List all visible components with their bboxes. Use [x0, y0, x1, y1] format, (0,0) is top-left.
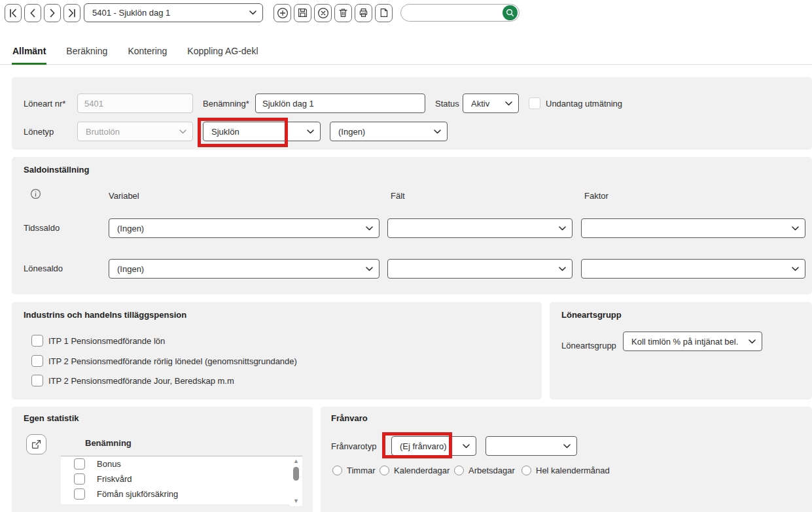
arbetsdagar-radio[interactable]	[454, 466, 464, 475]
cancel-icon	[317, 7, 329, 19]
list-scrollbar[interactable]: ▲ ▼	[290, 456, 302, 506]
annotation-highlight-lonetyp	[198, 118, 288, 147]
tab-bar: Allmänt Beräkning Kontering Koppling AG-…	[0, 38, 812, 65]
timmar-radio[interactable]	[332, 466, 342, 475]
annotation-highlight-franvarotyp	[382, 432, 452, 458]
saldoinstallning-panel: Saldoinställning Variabel Fält Faktor Ti…	[12, 157, 812, 294]
col-variabel-label: Variabel	[109, 191, 139, 201]
itp1-pensionsmedforande-lon-checkbox[interactable]	[31, 335, 43, 347]
friskvard-checkbox[interactable]	[74, 473, 85, 485]
search-icon	[506, 9, 514, 17]
search-button[interactable]	[503, 5, 518, 20]
status-select[interactable]: Aktiv	[463, 94, 519, 113]
lonesaldo-faktor-select[interactable]	[581, 259, 805, 279]
chevron-down-icon	[366, 267, 373, 271]
franvaro-unit-select[interactable]	[485, 436, 577, 456]
first-record-button[interactable]	[5, 4, 22, 22]
saldoinstallning-title: Saldoinställning	[24, 165, 89, 175]
list-item[interactable]: Friskvård	[61, 471, 290, 486]
scroll-down-icon[interactable]: ▼	[293, 498, 299, 504]
chevron-down-icon	[559, 226, 566, 231]
record-selector[interactable]: 5401 - Sjuklön dag 1	[84, 3, 263, 22]
search-input[interactable]	[409, 8, 503, 18]
statistik-list: Bonus Friskvård Fömån sjukförsäkring	[61, 456, 290, 504]
benamning-field[interactable]	[255, 94, 425, 113]
record-toolbar: 5401 - Sjuklön dag 1	[5, 3, 520, 22]
save-icon	[297, 7, 308, 18]
itp2-jour-beredskap-checkbox[interactable]	[31, 375, 43, 386]
chevron-down-icon	[792, 226, 799, 231]
external-link-icon	[31, 439, 42, 450]
bonus-checkbox[interactable]	[74, 458, 85, 469]
info-icon[interactable]	[30, 188, 41, 202]
printer-icon	[358, 7, 369, 18]
lonesaldo-label: Lönesaldo	[24, 264, 63, 273]
hel-kalendermanad-label: Hel kalendermånad	[536, 466, 610, 475]
chevron-down-icon	[792, 267, 799, 271]
search-box	[400, 4, 520, 22]
chevron-down-icon	[563, 444, 571, 449]
add-button[interactable]	[274, 4, 291, 22]
egen-statistik-panel: Egen statistik Benämning Bonus Friskvård…	[12, 407, 313, 512]
lonesaldo-falt-select[interactable]	[387, 259, 573, 279]
copy-button[interactable]	[375, 4, 393, 22]
lonetyp-select-3[interactable]: (Ingen)	[330, 122, 448, 141]
chevron-down-icon	[505, 101, 512, 106]
lonetyp-select-1: Bruttolön	[77, 122, 193, 141]
last-icon	[67, 9, 77, 18]
action-button-group	[274, 4, 393, 22]
loneartsgrupp-panel: Löneartsgrupp Löneartsgrupp Koll timlön …	[550, 302, 812, 400]
scroll-up-icon[interactable]: ▲	[293, 458, 299, 464]
col-faktor-label: Faktor	[584, 191, 609, 201]
last-record-button[interactable]	[63, 4, 80, 22]
kalenderdagar-radio[interactable]	[380, 466, 389, 475]
scrollbar-thumb[interactable]	[293, 467, 299, 481]
tidssaldo-variabel-select[interactable]: (Ingen)	[109, 218, 380, 238]
lonesaldo-variabel-select[interactable]: (Ingen)	[109, 259, 380, 279]
foman-sjukforsakring-checkbox[interactable]	[74, 488, 85, 500]
tidssaldo-label: Tidssaldo	[24, 223, 60, 233]
tab-berakning[interactable]: Beräkning	[65, 46, 108, 64]
itp-panel: Industrins och handelns tilläggspension …	[12, 302, 542, 400]
add-icon	[277, 7, 289, 19]
tab-allmant[interactable]: Allmänt	[12, 46, 46, 64]
franvaro-title: Frånvaro	[331, 413, 368, 423]
egen-statistik-title: Egen statistik	[24, 413, 79, 423]
chevron-down-icon	[434, 129, 441, 134]
cancel-button[interactable]	[314, 4, 332, 22]
print-button[interactable]	[355, 4, 372, 22]
timmar-label: Timmar	[347, 466, 376, 475]
open-statistik-button[interactable]	[26, 434, 46, 454]
status-label: Status	[435, 99, 459, 109]
benamning-label: Benämning*	[203, 99, 249, 109]
tidssaldo-falt-select[interactable]	[387, 218, 573, 238]
list-item[interactable]: Bonus	[61, 456, 290, 471]
chevron-down-icon	[307, 129, 314, 134]
delete-button[interactable]	[334, 4, 352, 22]
tidssaldo-faktor-select[interactable]	[581, 218, 805, 238]
chevron-down-icon	[463, 444, 470, 449]
loneart-window: 5401 - Sjuklön dag 1	[0, 0, 812, 512]
tab-kontering[interactable]: Kontering	[127, 46, 168, 64]
next-record-button[interactable]	[44, 4, 61, 22]
chevron-down-icon	[366, 226, 373, 231]
loneartsgrupp-title: Löneartsgrupp	[561, 310, 622, 320]
tab-koppling-ag-dekl[interactable]: Koppling AG-dekl	[186, 46, 258, 64]
save-button[interactable]	[294, 4, 311, 22]
list-item-label: Fömån sjukförsäkring	[97, 489, 178, 499]
chevron-down-icon	[559, 267, 566, 271]
lonetyp-label: Lönetyp	[24, 127, 54, 137]
list-item-label: Bonus	[97, 459, 121, 469]
chevron-left-icon	[28, 9, 37, 18]
itp2-rorlig-lonedel-checkbox[interactable]	[31, 355, 43, 367]
chevron-down-icon	[179, 129, 186, 134]
loneart-nr-label: Löneart nr*	[24, 99, 65, 109]
first-icon	[9, 9, 18, 18]
previous-record-button[interactable]	[24, 4, 41, 22]
kalenderdagar-label: Kalenderdagar	[394, 466, 450, 475]
loneartsgrupp-select[interactable]: Koll timlön % på intjänat bel.	[623, 332, 762, 351]
document-copy-icon	[378, 7, 389, 18]
undantag-utmatning-checkbox[interactable]	[529, 97, 540, 109]
hel-kalendermanad-radio[interactable]	[521, 466, 531, 475]
list-item[interactable]: Fömån sjukförsäkring	[61, 486, 290, 502]
